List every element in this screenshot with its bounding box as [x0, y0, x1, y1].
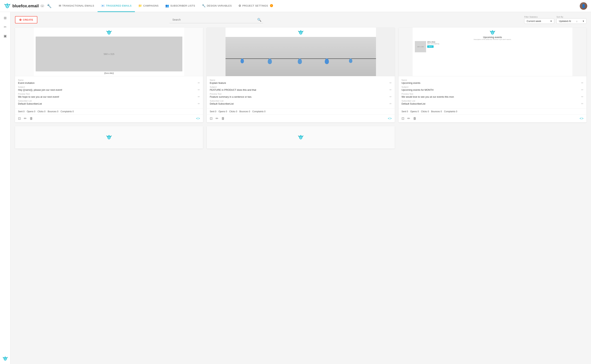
subscriber-edit-2[interactable]: ✏ [390, 102, 392, 105]
user-avatar[interactable]: 👤 [580, 2, 587, 10]
name-label-1: Name [18, 79, 200, 81]
tools-icon[interactable]: 🔧 [47, 4, 52, 8]
card-preview-caption-1: {{hero.title}} [104, 72, 114, 74]
card-logo-5 [298, 134, 304, 141]
stat-sent-3: Sent 0 [401, 110, 408, 113]
stat-bounces-3: Bounces 0 [431, 110, 442, 113]
tab-triggered[interactable]: 📧 TRIGGERED EMAILS [98, 0, 135, 12]
stat-bounces-1: Bounces 0 [48, 110, 58, 113]
edit-action-2[interactable]: ✏ [216, 116, 218, 121]
subscriber-label-2: Subscriber List [210, 100, 392, 102]
card-info-1: Name Event invitation ✏ Subject Hey {{na… [15, 76, 203, 109]
card-info-3: Name Upcoming events ✏ Subject Upcoming … [398, 76, 586, 109]
subject-label-2: Subject [210, 86, 392, 88]
svg-point-5 [8, 5, 9, 6]
stats-row-1: Sent 0 Opens 0 Clicks 0 Bounces 0 Compla… [15, 109, 203, 115]
subscriber-edit-3[interactable]: ✏ [581, 102, 584, 105]
name-label-2: Name [210, 79, 392, 81]
filter-area: Filter Statistics Current week ▾ Sort By… [524, 16, 586, 24]
create-button[interactable]: ⊕ CREATE [15, 16, 37, 23]
triggered-icon: 📧 [101, 4, 105, 7]
card-logo-2 [298, 29, 304, 36]
subject-edit-1[interactable]: ✏ [198, 88, 200, 91]
card-preview-2 [207, 27, 395, 76]
sort-group: Sort By Updated At ↓ ▾ [557, 16, 586, 24]
stat-opens-3: Opens 0 [410, 110, 419, 113]
name-edit-1[interactable]: ✏ [198, 81, 200, 84]
events-more-button[interactable]: More [427, 45, 434, 48]
svg-point-4 [6, 5, 7, 6]
preview-action-3[interactable]: ⊡ [401, 116, 404, 121]
subscriber-value-1: Default SubscriberList [18, 102, 42, 105]
subscriber-edit-1[interactable]: ✏ [198, 102, 200, 105]
search-icon: 🔍 [257, 18, 261, 22]
events-item-title: {{this.title}} [427, 41, 570, 43]
action-row-1: ⊡ ✏ 🗑 <> [15, 115, 203, 122]
nav-tabs: ✉ TRANSACTIONAL EMAILS 📧 TRIGGERED EMAIL… [55, 0, 580, 12]
subject-edit-2[interactable]: ✏ [390, 88, 392, 91]
name-value-2: Explain feature [210, 82, 226, 84]
campaigns-icon: 📁 [138, 4, 142, 7]
sidebar-item-layers[interactable]: ▣ [1, 32, 9, 40]
subject-label-1: Subject [18, 86, 200, 88]
filter-select[interactable]: Current week ▾ [524, 18, 554, 24]
stat-sent-2: Sent 0 [210, 110, 216, 113]
action-row-3: ⊡ ✏ 🗑 <> [398, 115, 586, 122]
filter-label: Filter Statistics [524, 16, 554, 18]
preview-text-label-1: Preview Text [18, 93, 200, 95]
subject-value-2: FEATURE in PRODUCT does this and that [210, 88, 256, 91]
transactional-icon: ✉ [59, 4, 61, 7]
code-action-1[interactable]: <> [196, 117, 200, 121]
cards-grid: 560 x 315 {{hero.title}} Name Event invi… [15, 27, 586, 149]
card-event-invitation: 560 x 315 {{hero.title}} Name Event invi… [15, 27, 203, 122]
subject-value-3: Upcoming events for MONTH [401, 88, 434, 91]
events-thumb: 265 x 265 [415, 41, 426, 52]
tab-transactional[interactable]: ✉ TRANSACTIONAL EMAILS [55, 0, 98, 12]
subject-value-1: Hey {{name}}, please join our next event… [18, 88, 62, 91]
subscriber-value-3: Default SubscriberList [401, 102, 425, 105]
code-action-2[interactable]: <> [388, 117, 392, 121]
stat-complaints-1: Complaints 0 [61, 110, 74, 113]
preview-text-value-2: Feature summary in a sentence or two. [210, 95, 252, 98]
subscriber-label-1: Subscriber List [18, 100, 200, 102]
sidebar-logo-icon [2, 356, 8, 362]
card-logo-1 [106, 29, 112, 36]
code-action-3[interactable]: <> [579, 117, 584, 121]
stat-opens-1: Opens 0 [27, 110, 35, 113]
preview-text-edit-1[interactable]: ✏ [198, 95, 200, 98]
search-bar: 🔍 [169, 16, 263, 23]
name-edit-3[interactable]: ✏ [581, 81, 584, 84]
preview-text-edit-2[interactable]: ✏ [390, 95, 392, 98]
card-info-2: Name Explain feature ✏ Subject FEATURE i… [207, 76, 395, 109]
search-input[interactable] [169, 16, 263, 23]
tab-campaigns[interactable]: 📁 CAMPAIGNS [135, 0, 162, 12]
sort-label: Sort By [557, 16, 586, 18]
card-5-partial [207, 126, 395, 149]
edit-action-1[interactable]: ✏ [24, 116, 27, 121]
sort-select[interactable]: Updated At ↓ ▾ [557, 18, 586, 24]
delete-action-2[interactable]: 🗑 [221, 117, 225, 121]
sidebar-item-grid[interactable]: ⊞ [1, 14, 9, 22]
card-4-partial [15, 126, 203, 149]
delete-action-3[interactable]: 🗑 [413, 117, 417, 121]
preview-action-2[interactable]: ⊡ [210, 116, 212, 121]
tab-settings[interactable]: ⚙ PROJECT SETTINGS ! [235, 0, 276, 12]
events-desc: Description of the whole list. Remove if… [474, 39, 511, 40]
subject-edit-3[interactable]: ✏ [581, 88, 584, 91]
logo-area: bluefox.email ⌄ 🔧 [4, 2, 52, 10]
delete-action-1[interactable]: 🗑 [30, 117, 33, 121]
sidebar-item-tool[interactable]: ✂ [1, 23, 9, 31]
preview-action-1[interactable]: ⊡ [18, 116, 21, 121]
name-edit-2[interactable]: ✏ [390, 81, 392, 84]
filter-statistics-group: Filter Statistics Current week ▾ [524, 16, 554, 24]
tab-subscribers[interactable]: 👥 SUBSCRIBER LISTS [162, 0, 199, 12]
action-row-2: ⊡ ✏ 🗑 <> [207, 115, 395, 122]
edit-action-3[interactable]: ✏ [407, 116, 410, 121]
preview-text-label-3: Preview Text [401, 93, 584, 95]
tab-design[interactable]: 🔧 DESIGN VARIABLES [199, 0, 235, 12]
main-content: ⊕ CREATE 🔍 Filter Statistics Current wee… [11, 12, 591, 364]
card-explain-feature: Name Explain feature ✏ Subject FEATURE i… [207, 27, 395, 122]
card-preview-placeholder-1: 560 x 315 [36, 37, 182, 72]
create-plus-icon: ⊕ [19, 18, 22, 22]
preview-text-edit-3[interactable]: ✏ [581, 95, 584, 98]
